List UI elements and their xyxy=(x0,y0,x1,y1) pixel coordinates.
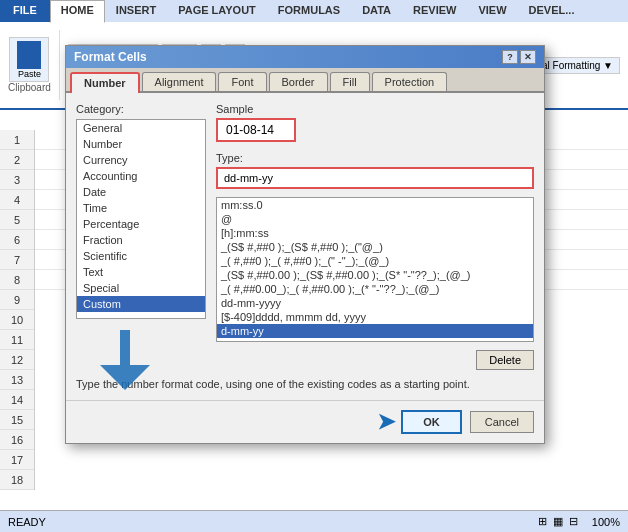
arrow-annotation-area xyxy=(100,330,150,392)
category-date[interactable]: Date xyxy=(77,184,205,200)
ok-button[interactable]: OK xyxy=(401,410,462,434)
dialog-footer: ➤ OK Cancel xyxy=(66,400,544,443)
category-general[interactable]: General xyxy=(77,120,205,136)
dialog-close-btn[interactable]: ✕ xyxy=(520,50,536,64)
tab-protection[interactable]: Protection xyxy=(372,72,448,91)
category-text[interactable]: Text xyxy=(77,264,205,280)
excel-background: FILE HOME INSERT PAGE LAYOUT FORMULAS DA… xyxy=(0,0,628,532)
category-accounting[interactable]: Accounting xyxy=(77,168,205,184)
format-item[interactable]: _( #,##0 );_( #,##0 );_(" -"_);_(@_) xyxy=(217,254,533,268)
sample-section: Sample 01-08-14 xyxy=(216,103,534,142)
delete-button[interactable]: Delete xyxy=(476,350,534,370)
arrow-annotation-svg xyxy=(100,330,150,390)
category-label: Category: xyxy=(76,103,206,115)
dialog-controls: ? ✕ xyxy=(502,50,536,64)
type-label: Type: xyxy=(216,152,534,164)
tab-border[interactable]: Border xyxy=(269,72,328,91)
tab-alignment[interactable]: Alignment xyxy=(142,72,217,91)
dialog-tabs: Number Alignment Font Border Fill Protec… xyxy=(66,68,544,93)
format-item[interactable]: _(S$ #,##0 );_(S$ #,##0 );_("@_) xyxy=(217,240,533,254)
dialog-titlebar: Format Cells ? ✕ xyxy=(66,46,544,68)
format-list[interactable]: mm:ss.0 @ [h]:mm:ss _(S$ #,##0 );_(S$ #,… xyxy=(216,197,534,342)
dialog-overlay: Format Cells ? ✕ Number Alignment Font B… xyxy=(0,0,628,532)
format-item[interactable]: [h]:mm:ss xyxy=(217,226,533,240)
type-input[interactable] xyxy=(216,167,534,189)
sample-box: 01-08-14 xyxy=(216,118,296,142)
cancel-button[interactable]: Cancel xyxy=(470,411,534,433)
category-fraction[interactable]: Fraction xyxy=(77,232,205,248)
right-panel: Sample 01-08-14 Type: mm:ss.0 @ [h] xyxy=(216,103,534,370)
category-scientific[interactable]: Scientific xyxy=(77,248,205,264)
category-list[interactable]: General Number Currency Accounting Date … xyxy=(76,119,206,319)
dialog-help-btn[interactable]: ? xyxy=(502,50,518,64)
format-item[interactable]: @ xyxy=(217,212,533,226)
ok-wrapper: ➤ OK xyxy=(377,409,462,435)
format-item[interactable]: _( #,##0.00_);_( #,##0.00 );_(* "-"??_);… xyxy=(217,282,533,296)
category-time[interactable]: Time xyxy=(77,200,205,216)
tab-fill[interactable]: Fill xyxy=(330,72,370,91)
format-item[interactable]: dd-mm-yyyy xyxy=(217,296,533,310)
type-section: Type: xyxy=(216,152,534,189)
ok-arrow-icon: ➤ xyxy=(377,409,395,435)
category-number[interactable]: Number xyxy=(77,136,205,152)
format-item[interactable]: mm:ss.0 xyxy=(217,198,533,212)
tab-number[interactable]: Number xyxy=(70,72,140,93)
svg-marker-0 xyxy=(100,330,150,390)
category-currency[interactable]: Currency xyxy=(77,152,205,168)
format-item-selected[interactable]: d-mm-yy xyxy=(217,324,533,338)
format-item[interactable]: d-m-yy xyxy=(217,338,533,342)
dialog-title: Format Cells xyxy=(74,50,147,64)
format-item[interactable]: _(S$ #,##0.00 );_(S$ #,##0.00 );_(S* "-"… xyxy=(217,268,533,282)
tab-font[interactable]: Font xyxy=(218,72,266,91)
category-special[interactable]: Special xyxy=(77,280,205,296)
sample-label: Sample xyxy=(216,103,534,115)
category-percentage[interactable]: Percentage xyxy=(77,216,205,232)
category-custom[interactable]: Custom xyxy=(77,296,205,312)
format-item[interactable]: [$-409]dddd, mmmm dd, yyyy xyxy=(217,310,533,324)
